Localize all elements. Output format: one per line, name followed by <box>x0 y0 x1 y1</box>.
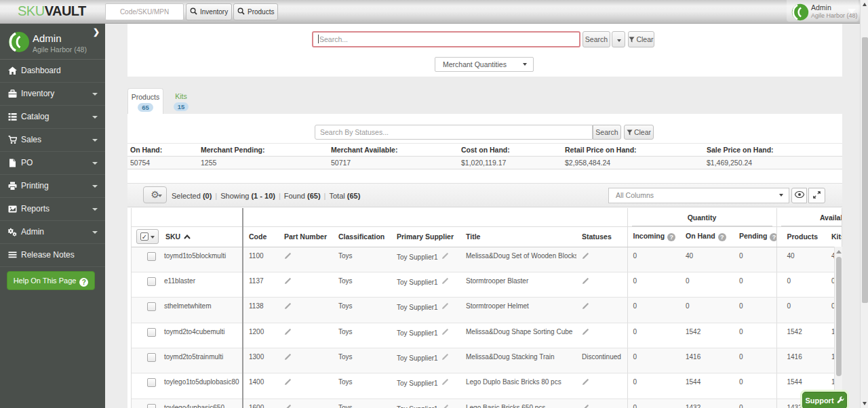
column-header-kits[interactable]: Kits <box>826 226 842 247</box>
help-on-this-page-button[interactable]: Help On This Page? <box>7 271 95 290</box>
column-header-title[interactable]: Title <box>460 226 576 247</box>
column-header-products[interactable]: Products <box>776 226 826 247</box>
cell-code: 1200 <box>243 323 279 348</box>
pencil-edit-icon[interactable] <box>441 252 449 260</box>
pencil-edit-icon[interactable] <box>441 353 449 361</box>
column-header-incoming[interactable]: Incoming? <box>627 226 680 247</box>
pencil-edit-icon[interactable] <box>582 404 589 408</box>
sidebar-item-sales[interactable]: Sales <box>0 129 105 152</box>
cell-products: 40 <box>776 247 826 272</box>
product-row[interactable]: toylego1to5duplobasic80 1400 Toys Toy Su… <box>132 373 842 399</box>
pencil-edit-icon[interactable] <box>284 277 292 285</box>
scroll-up-arrow-icon[interactable] <box>863 3 867 6</box>
product-row[interactable]: toymd1to5blockmulti 1100 Toys Toy Suppli… <box>132 247 842 272</box>
grid-scrollbar-thumb[interactable] <box>836 257 842 376</box>
column-header-code[interactable]: Code <box>243 226 279 247</box>
products-search-button[interactable]: Products <box>233 3 278 20</box>
quantity-type-select[interactable]: Merchant Quantities <box>435 57 534 72</box>
pencil-edit-icon[interactable] <box>582 252 589 260</box>
page-scrollbar-thumb[interactable] <box>862 37 868 303</box>
chart-image-icon <box>8 205 17 213</box>
product-row[interactable]: e11blaster 1137 Toys Toy Supplier1 Storm… <box>132 272 842 297</box>
cell-on-hand: 1542 <box>680 323 734 348</box>
cell-on-hand: 0 <box>680 298 734 323</box>
product-search-input[interactable]: Search... <box>312 31 580 47</box>
columns-filter-select[interactable]: All Columns <box>608 188 789 203</box>
select-all-dropdown-button[interactable]: ✓ <box>136 229 159 244</box>
code-sku-mpn-search-input[interactable]: Code/SKU/MPN <box>105 3 184 20</box>
pencil-edit-icon[interactable] <box>582 328 589 335</box>
product-row[interactable]: toylego4upbasic650 1600 Toys Toy Supplie… <box>132 399 842 408</box>
pencil-edit-icon[interactable] <box>441 277 449 285</box>
pencil-edit-icon[interactable] <box>441 378 449 386</box>
help-circle-icon: ? <box>718 233 726 241</box>
grid-vertical-scrollbar[interactable] <box>834 247 842 407</box>
row-checkbox[interactable] <box>147 404 156 408</box>
scroll-down-arrow-icon[interactable] <box>863 402 867 405</box>
pencil-edit-icon[interactable] <box>284 378 292 386</box>
column-header-primary-supplier[interactable]: Primary Supplier <box>391 226 460 247</box>
kits-count-badge: 15 <box>174 102 189 111</box>
clear-button[interactable]: Clear <box>628 31 654 47</box>
pencil-edit-icon[interactable] <box>284 302 292 310</box>
page-vertical-scrollbar[interactable] <box>860 0 868 408</box>
support-button[interactable]: Support <box>802 392 847 408</box>
sidebar-collapse-arrow-icon[interactable]: ❯ <box>93 27 100 37</box>
pencil-edit-icon[interactable] <box>284 252 292 260</box>
chevron-down-icon <box>158 195 162 197</box>
tab-products[interactable]: Products 65 <box>127 88 163 114</box>
pencil-edit-icon[interactable] <box>441 302 449 310</box>
sidebar-item-dashboard[interactable]: Dashboard <box>0 60 105 83</box>
product-row[interactable]: toymd2to5trainmulti 1300 Toys Toy Suppli… <box>132 348 842 373</box>
sidebar-item-reports[interactable]: Reports <box>0 198 105 221</box>
expand-arrows-icon <box>813 191 821 199</box>
cell-on-hand: 1432 <box>680 399 734 408</box>
sidebar-item-release-notes[interactable]: Release Notes <box>0 244 105 267</box>
cell-classification: Toys <box>333 399 391 408</box>
skuvault-ball-icon <box>791 3 809 21</box>
row-checkbox[interactable] <box>147 252 156 261</box>
search-options-dropdown-button[interactable] <box>612 31 625 47</box>
product-row[interactable]: sthelmetwhitem 1138 Toys Toy Supplier1 S… <box>132 298 842 323</box>
row-checkbox[interactable] <box>147 353 156 362</box>
column-header-pending[interactable]: Pending? <box>734 226 776 247</box>
sidebar-item-catalog[interactable]: Catalog <box>0 106 105 129</box>
search-button[interactable]: Search <box>583 31 610 47</box>
pencil-edit-icon[interactable] <box>441 328 449 335</box>
column-header-part-number[interactable]: Part Number <box>279 226 333 247</box>
product-row[interactable]: toymd2to4cubemulti 1200 Toys Toy Supplie… <box>132 323 842 348</box>
column-header-statuses[interactable]: Statuses <box>576 226 627 247</box>
status-search-button[interactable]: Search <box>593 125 621 140</box>
pencil-edit-icon[interactable] <box>284 328 292 335</box>
row-checkbox[interactable] <box>147 328 156 337</box>
column-header-classification[interactable]: Classification <box>333 226 391 247</box>
fullscreen-button[interactable] <box>808 188 825 203</box>
inventory-search-button[interactable]: Inventory <box>186 3 232 20</box>
toggle-visibility-button[interactable] <box>791 188 807 203</box>
sidebar-item-po[interactable]: PO <box>0 152 105 175</box>
tab-kits[interactable]: Kits 15 <box>163 88 199 114</box>
pencil-edit-icon[interactable] <box>441 404 449 408</box>
pencil-edit-icon[interactable] <box>582 302 589 310</box>
column-header-on-hand[interactable]: On Hand? <box>680 226 734 247</box>
column-header-sku[interactable]: SKU <box>160 226 243 247</box>
status-search-input[interactable]: Search By Statuses... <box>315 125 593 140</box>
pencil-edit-icon[interactable] <box>284 353 292 361</box>
sidebar-item-admin[interactable]: Admin <box>0 221 105 244</box>
list-lines-icon <box>8 251 17 260</box>
grid-settings-button[interactable]: ⚙ <box>143 186 167 203</box>
summary-col-cost-on-hand: Cost on Hand: <box>458 144 562 157</box>
pencil-edit-icon[interactable] <box>284 404 292 408</box>
scroll-up-arrow-icon[interactable] <box>836 250 842 253</box>
pencil-edit-icon[interactable] <box>582 378 589 386</box>
cell-pending: 0 <box>734 373 776 399</box>
row-checkbox[interactable] <box>147 302 156 311</box>
logo-sku-text: SKU <box>18 3 45 18</box>
pencil-edit-icon[interactable] <box>582 277 589 285</box>
sidebar-item-inventory[interactable]: Inventory <box>0 83 105 106</box>
chevron-down-icon <box>92 116 98 119</box>
status-clear-button[interactable]: Clear <box>624 125 654 140</box>
sidebar-item-printing[interactable]: Printing <box>0 175 105 198</box>
row-checkbox[interactable] <box>147 277 156 286</box>
row-checkbox[interactable] <box>147 378 156 387</box>
